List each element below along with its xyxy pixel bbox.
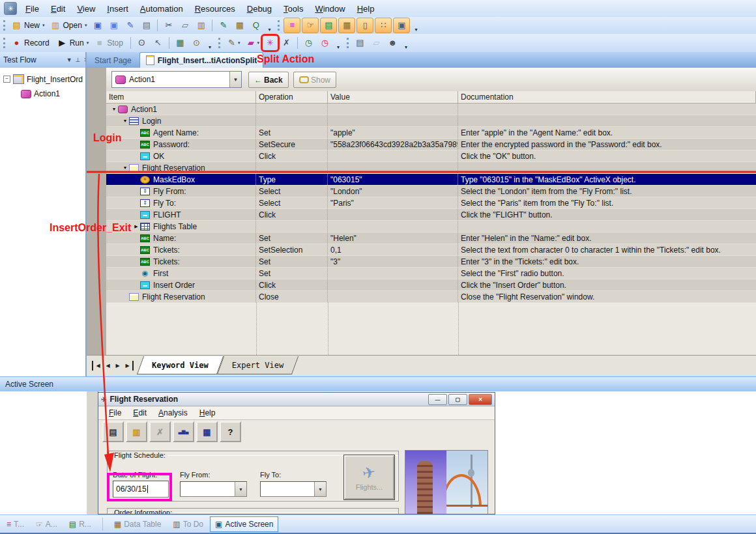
window-title-bar[interactable]: ✈ Flight Reservation — ▢ ✕ bbox=[98, 393, 495, 406]
step-value-cell[interactable] bbox=[328, 291, 458, 302]
fly-from-combo[interactable]: ▼ bbox=[180, 481, 247, 497]
taskbar-tab-available-keywords[interactable]: ☞A... bbox=[31, 516, 63, 532]
keyword-row[interactable]: ABCAgent Name:Set"apple"Enter "apple" in… bbox=[106, 127, 756, 139]
keyword-row[interactable]: ▼Flight Reservation bbox=[106, 162, 756, 174]
step-value-cell[interactable] bbox=[328, 104, 458, 115]
step-operation-cell[interactable]: Click bbox=[256, 279, 328, 290]
menu-tools[interactable]: Tools bbox=[278, 1, 309, 16]
step-operation-cell[interactable]: Set bbox=[256, 127, 328, 138]
step-value-cell[interactable] bbox=[328, 115, 458, 126]
back-button[interactable]: ← Back bbox=[248, 72, 289, 88]
keyword-row[interactable]: Flight ReservationCloseClose the "Flight… bbox=[106, 291, 756, 303]
step-value-cell[interactable] bbox=[328, 268, 458, 279]
chevron-down-icon[interactable]: ▾ bbox=[238, 40, 240, 46]
menu-edit[interactable]: Edit bbox=[45, 1, 71, 16]
expander-open-icon[interactable]: ▼ bbox=[121, 165, 129, 170]
options-button[interactable]: ▤ bbox=[353, 36, 368, 50]
toolbar-overflow-chevron[interactable]: ▾ bbox=[206, 36, 214, 50]
step-value-cell[interactable]: "558a23f06643cd3928a2b3a35a7989... bbox=[328, 139, 458, 150]
taskbar-tab-active-screen[interactable]: ▣Active Screen bbox=[210, 516, 278, 532]
chevron-down-icon[interactable]: ▾ bbox=[257, 40, 259, 46]
new-button[interactable]: ▤New▾ bbox=[9, 18, 47, 33]
keyword-row[interactable]: ▬Insert OrderClickClick the "Insert Orde… bbox=[106, 279, 756, 291]
run-button[interactable]: ▶Run▾ bbox=[55, 36, 91, 50]
step-operation-cell[interactable]: Type bbox=[256, 174, 328, 185]
toggle-active-screen[interactable]: ▣ bbox=[393, 18, 410, 33]
step-operation-cell[interactable]: Select bbox=[256, 186, 328, 197]
step-operation-cell[interactable]: SetSecure bbox=[256, 139, 328, 150]
open-button[interactable]: ▥Open▾ bbox=[48, 18, 89, 33]
tree-node-test[interactable]: − Flight_InsertOrd bbox=[3, 74, 85, 84]
chevron-down-icon[interactable]: ▾ bbox=[87, 40, 89, 46]
keyword-row[interactable]: ⇕Fly To:Select"Paris"Select the "Paris" … bbox=[106, 197, 756, 209]
step-value-cell[interactable]: "Helen" bbox=[328, 232, 458, 244]
fr-new-button[interactable]: ▤ bbox=[102, 421, 124, 442]
print-button[interactable]: ▤ bbox=[139, 18, 154, 33]
maximize-button[interactable]: ▢ bbox=[448, 394, 467, 405]
action-selector[interactable]: Action1 ▼ bbox=[111, 71, 242, 88]
tree-node-action[interactable]: Action1 bbox=[21, 89, 85, 98]
copy-button[interactable]: ▱ bbox=[177, 18, 192, 33]
step-value-cell[interactable] bbox=[328, 150, 458, 162]
fr-graph-button[interactable]: ▃▆▄ bbox=[173, 421, 194, 442]
keyword-row[interactable]: ABCName:Set"Helen"Enter "Helen" in the "… bbox=[106, 232, 756, 244]
insert-checkpoint-button[interactable]: ▰▾ bbox=[243, 36, 261, 50]
menu-window[interactable]: Window bbox=[309, 1, 351, 16]
toolbar-overflow-chevron[interactable]: ▾ bbox=[334, 36, 342, 50]
step-operation-cell[interactable]: Close bbox=[256, 291, 328, 302]
tab-keyword-view[interactable]: Keyword View bbox=[140, 356, 220, 374]
step-value-cell[interactable] bbox=[328, 162, 458, 173]
keyword-row[interactable]: ▶Flights Table bbox=[106, 221, 756, 232]
tab-start-page[interactable]: Start Page bbox=[87, 53, 139, 68]
keyword-row[interactable]: ABCTickets:SetSelection0,1Select the tex… bbox=[106, 244, 756, 256]
cut-button[interactable]: ✂ bbox=[161, 18, 176, 33]
edit-steps-button[interactable]: ✎ bbox=[216, 18, 231, 33]
fly-to-combo[interactable]: ▼ bbox=[260, 481, 327, 497]
menu-automation[interactable]: Automation bbox=[134, 1, 189, 16]
toggle-data-table[interactable]: ▦ bbox=[338, 18, 355, 33]
step-operation-cell[interactable]: Click bbox=[256, 150, 328, 162]
toolbar-overflow-chevron[interactable]: ▾ bbox=[412, 18, 420, 33]
end-transaction-button[interactable]: ◷ bbox=[317, 36, 332, 50]
save-all-button[interactable]: ▣ bbox=[106, 18, 121, 33]
debug-viewer-button[interactable]: ☻ bbox=[385, 36, 400, 50]
step-operation-cell[interactable]: Set bbox=[256, 232, 328, 244]
taskbar-tab-test-flow[interactable]: ≡T... bbox=[1, 516, 29, 532]
taskbar-tab-to-do[interactable]: ▥To Do bbox=[167, 516, 209, 532]
fr-open-button[interactable]: ▥ bbox=[126, 421, 147, 442]
toolbar-grip[interactable] bbox=[218, 38, 220, 48]
tab-active-document[interactable]: Flight_Insert...tiActionSplit bbox=[139, 52, 264, 68]
object-repository-button[interactable]: ▦ bbox=[232, 18, 247, 33]
toggle-resources[interactable]: ▤ bbox=[320, 18, 337, 33]
keyword-row[interactable]: ▼Login bbox=[106, 115, 756, 127]
step-operation-cell[interactable] bbox=[256, 221, 328, 232]
pin-icon[interactable]: ⊥ bbox=[76, 57, 81, 63]
menu-help[interactable]: Help bbox=[351, 1, 381, 16]
fr-help-button[interactable]: ? bbox=[220, 421, 241, 442]
keyword-row[interactable]: ◉FirstSetSelect the "First" radio button… bbox=[106, 268, 756, 279]
toolbar-overflow-chevron[interactable]: ▾ bbox=[265, 18, 273, 33]
toolbar-grip[interactable] bbox=[347, 38, 349, 48]
toggle-test-flow[interactable]: ≡ bbox=[284, 18, 300, 33]
fr-reports-button[interactable]: ▦ bbox=[196, 421, 218, 442]
step-operation-cell[interactable] bbox=[256, 104, 328, 115]
pane-menu-icon[interactable]: ▼ bbox=[66, 57, 72, 63]
chevron-down-icon[interactable]: ▼ bbox=[229, 72, 241, 87]
menu-file[interactable]: File bbox=[20, 1, 45, 16]
keyword-row[interactable]: ✳MaskEdBoxType"063015"Type "063015" in t… bbox=[106, 174, 756, 186]
column-header-operation[interactable]: Operation bbox=[256, 91, 328, 103]
step-value-cell[interactable] bbox=[328, 209, 458, 220]
keyword-row[interactable]: ABCTickets:Set"3"Enter "3" in the "Ticke… bbox=[106, 256, 756, 268]
fr-menu-edit[interactable]: Edit bbox=[128, 407, 152, 419]
step-operation-cell[interactable]: Click bbox=[256, 209, 328, 220]
tab-expert-view[interactable]: Expert View bbox=[220, 356, 295, 374]
last-view-icon[interactable]: ▶ bbox=[123, 361, 134, 371]
toolbar-grip[interactable] bbox=[3, 38, 5, 48]
next-view-icon[interactable]: ▶ bbox=[113, 361, 123, 371]
delete-action-button[interactable]: ✗ bbox=[279, 36, 294, 50]
toggle-available-keywords[interactable]: ☞ bbox=[302, 18, 319, 33]
step-value-cell[interactable] bbox=[328, 221, 458, 232]
keyword-row[interactable]: ⇕Fly From:Select"London"Select the "Lond… bbox=[106, 186, 756, 197]
save-with-resources-button[interactable]: ✎ bbox=[123, 18, 138, 33]
split-action-button[interactable]: ✳ bbox=[263, 36, 278, 50]
